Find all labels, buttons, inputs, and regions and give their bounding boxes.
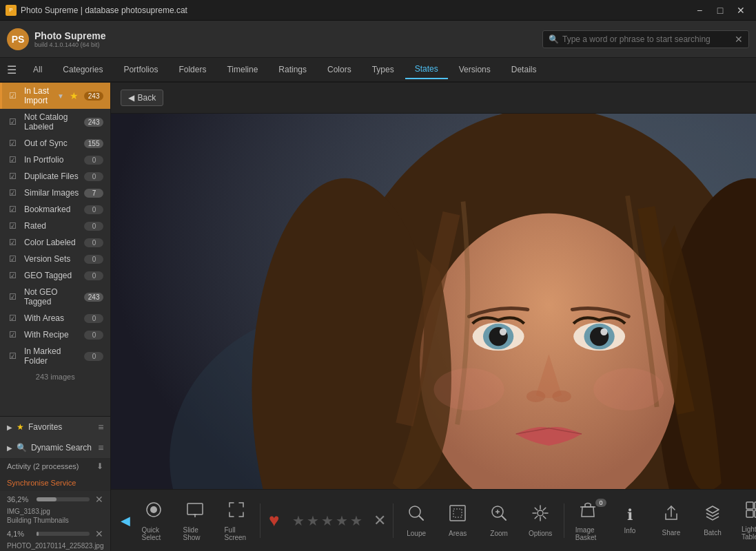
minimize-button[interactable]: − [690,3,709,18]
full-screen-button[interactable]: Full Screen [216,496,257,545]
tab-ratings[interactable]: Ratings [269,61,316,79]
sidebar-item-rated[interactable]: ☑ Rated 0 [0,218,110,234]
checkbox-icon[interactable]: ☑ [9,188,19,198]
item-count: 0 [84,156,103,165]
checkbox-icon[interactable]: ☑ [9,117,19,127]
tab-states[interactable]: States [405,60,448,79]
dynamic-search-section[interactable]: ▶ 🔍 Dynamic Search ≡ [0,437,110,458]
checkbox-icon[interactable]: ☑ [9,221,19,231]
sidebar-item-duplicate-files[interactable]: ☑ Duplicate Files 0 [0,168,110,185]
heart-icon[interactable]: ♥ [263,510,285,531]
reject-icon[interactable]: ✕ [369,512,390,530]
logo-text: Photo Supreme build 4.1.0.1440 (64 bit) [34,30,105,48]
progress-item-2: 4,1% ✕ [0,526,110,542]
star-3[interactable]: ★ [321,512,334,529]
progress-close-1[interactable]: ✕ [95,494,103,505]
sidebar-bottom: ▶ ★ Favorites ≡ ▶ 🔍 Dynamic Search ≡ Act… [0,416,110,551]
checkbox-icon[interactable]: ☑ [9,313,19,323]
star-2[interactable]: ★ [307,512,319,529]
sidebar-item-version-sets[interactable]: ☑ Version Sets 0 [0,251,110,267]
checkbox-icon[interactable]: ☑ [9,171,19,181]
checkbox-icon[interactable]: ☑ [9,138,19,148]
loupe-button[interactable]: Loupe [396,499,437,541]
info-button[interactable]: ℹ Info [609,502,651,539]
tab-types[interactable]: Types [362,61,404,79]
item-label: In Portfolio [24,155,79,165]
search-icon: 🔍 [17,443,27,453]
content-header: ◀ Back [111,83,756,114]
svg-line-27 [419,516,423,520]
checkbox-icon[interactable]: ☑ [9,205,19,214]
activity-down-icon[interactable]: ⬇ [96,461,103,471]
item-label: Bookmarked [24,205,79,214]
star-icon: ★ [70,90,79,101]
sidebar-item-bookmarked[interactable]: ☑ Bookmarked 0 [0,201,110,218]
svg-point-19 [434,368,504,410]
item-count: 0 [84,271,103,280]
areas-icon [448,503,467,527]
sidebar-item-not-catalog-labeled[interactable]: ☑ Not Catalog Labeled 243 [0,109,110,135]
maximize-button[interactable]: □ [711,3,730,18]
checkbox-icon[interactable]: ☑ [9,238,19,247]
main-layout: ☑ In Last Import ▼ ★ 243 ☑ Not Catalog L… [0,83,756,551]
batch-button[interactable]: Batch [692,500,733,541]
sidebar-item-in-marked-folder[interactable]: ☑ In Marked Folder 0 [0,343,110,369]
image-basket-button[interactable]: 0 Image Basket [567,496,609,545]
svg-line-31 [502,516,506,520]
progress-pct-1: 36,2% [7,495,31,503]
sidebar-item-not-geo-tagged[interactable]: ☑ Not GEO Tagged 243 [0,284,110,310]
checkbox-icon[interactable]: ☑ [9,351,19,361]
slide-show-button[interactable]: Slide Show [174,496,216,545]
sidebar-item-in-last-import[interactable]: ☑ In Last Import ▼ ★ 243 [0,83,110,109]
checkbox-icon[interactable]: ☑ [9,330,19,340]
star-4[interactable]: ★ [336,512,348,529]
sidebar-item-with-recipe[interactable]: ☑ With Recipe 0 [0,326,110,343]
toolbar-separator-2 [393,503,394,538]
tab-colors[interactable]: Colors [318,61,361,79]
search-close-icon[interactable]: ✕ [735,34,743,45]
close-button[interactable]: ✕ [731,3,750,18]
tab-all[interactable]: All [23,61,52,79]
menu-icon[interactable]: ≡ [98,422,103,433]
back-button[interactable]: ◀ Back [121,90,163,106]
quick-select-button[interactable]: Quick Select [133,496,174,545]
sidebar-item-out-of-sync[interactable]: ☑ Out of Sync 155 [0,135,110,152]
star-5[interactable]: ★ [350,512,362,529]
search-input[interactable] [562,34,731,44]
app-subtitle: build 4.1.0.1440 (64 bit) [34,41,105,48]
share-button[interactable]: Share [651,500,692,541]
tab-categories[interactable]: Categories [53,61,112,79]
areas-button[interactable]: Areas [437,499,478,541]
tab-versions[interactable]: Versions [449,61,500,79]
search-bar[interactable]: 🔍 ✕ [542,30,749,48]
tab-timeline[interactable]: Timeline [217,61,267,79]
checkbox-icon[interactable]: ☑ [9,271,19,280]
prev-nav-arrow[interactable]: ◀ [118,513,133,528]
sidebar-item-similar-images[interactable]: ☑ Similar Images 7 [0,185,110,201]
checkbox-icon[interactable]: ☑ [9,91,19,101]
tab-details[interactable]: Details [502,61,546,79]
favorites-section[interactable]: ▶ ★ Favorites ≡ [0,417,110,437]
nav-hamburger-icon[interactable]: ☰ [7,63,17,76]
checkbox-icon[interactable]: ☑ [9,292,19,302]
sidebar-item-in-portfolio[interactable]: ☑ In Portfolio 0 [0,152,110,168]
menu-icon[interactable]: ≡ [98,442,103,453]
options-button[interactable]: Options [520,499,561,541]
sidebar-item-with-areas[interactable]: ☑ With Areas 0 [0,310,110,326]
light-table-button[interactable]: Light Table [733,497,756,545]
progress-close-2[interactable]: ✕ [95,528,103,539]
arrow-icon: ▶ [7,444,12,452]
info-label: Info [624,527,636,534]
item-label: In Marked Folder [24,346,79,366]
sidebar-item-color-labeled[interactable]: ☑ Color Labeled 0 [0,234,110,251]
checkbox-icon[interactable]: ☑ [9,254,19,264]
tab-portfolios[interactable]: Portfolios [114,61,167,79]
progress-track-2 [37,532,90,536]
checkbox-icon[interactable]: ☑ [9,155,19,165]
sidebar-item-geo-tagged[interactable]: ☑ GEO Tagged 0 [0,267,110,284]
nav-tabs: ☰ All Categories Portfolios Folders Time… [0,58,756,83]
item-count: 155 [84,139,104,148]
zoom-button[interactable]: Zoom [478,499,520,541]
tab-folders[interactable]: Folders [169,61,216,79]
star-1[interactable]: ★ [292,512,305,529]
